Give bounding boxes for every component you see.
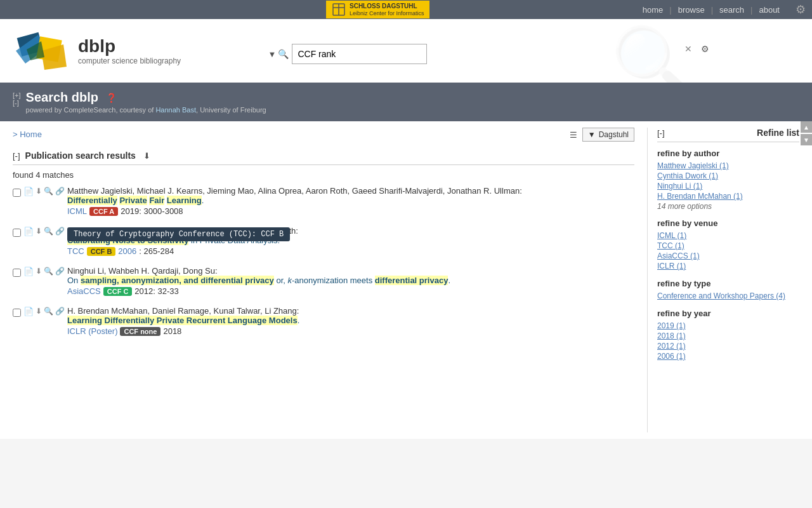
download-icon[interactable]: ⬇ [143, 151, 150, 161]
search-bar-wrapper: ▼ 🔍 ✕ ⚙ [268, 44, 712, 64]
header: dblp computer science bibliography 🔍 ▼ 🔍… [0, 19, 812, 83]
pub-share-icon-4[interactable]: 🔗 [55, 307, 65, 316]
refine-year-1[interactable]: 2019 (1) [657, 321, 799, 331]
settings-icon[interactable]: ⚙ [796, 3, 806, 17]
venue-link-3[interactable]: AsiaCCS [67, 286, 101, 296]
refine-year-title: refine by year [657, 309, 799, 318]
pub-authors-3: Ninghui Li, Wahbeh H. Qardaji, Dong Su: [67, 266, 634, 276]
top-navigation: SCHLOSS DAGSTUHL Leibniz Center for Info… [0, 0, 812, 19]
ccf-badge-4: CCF none [120, 327, 160, 336]
search-clear-button[interactable]: ✕ [684, 44, 692, 54]
breadcrumb-home[interactable]: > Home [13, 130, 42, 139]
section-title-row: [-] Publication search results ⬇ [13, 150, 634, 165]
nav-about[interactable]: about [752, 5, 786, 15]
ccf-badge-3: CCF C [103, 287, 133, 296]
pub-content-2: Cynthia Dwork, Frank McSherry, Kobbi Nis… [67, 226, 634, 256]
refine-venue-2[interactable]: TCC (1) [657, 241, 799, 251]
pub-icons-1: 📄 ⬇ 🔍 🔗 [23, 187, 65, 196]
dblp-logo-svg [13, 25, 73, 76]
refine-collapse-icon[interactable]: [-] [657, 128, 665, 138]
dagstuhl-button[interactable]: ▼ Dagstuhl [582, 128, 634, 142]
pub-download-icon-1[interactable]: ⬇ [36, 187, 42, 196]
nav-home[interactable]: home [636, 5, 670, 15]
nav-search[interactable]: search [713, 5, 750, 15]
dblp-subtitle: computer science bibliography [78, 57, 181, 65]
refine-venue-1[interactable]: ICML (1) [657, 231, 799, 241]
search-input-wrapper: ✕ ⚙ [292, 44, 712, 64]
refine-venue-4[interactable]: ICLR (1) [657, 261, 799, 271]
refine-author-1[interactable]: Matthew Jagielski (1) [657, 161, 799, 171]
dblp-title: dblp [78, 36, 181, 57]
search-settings-icon: ⚙ [701, 44, 709, 54]
pub-checkbox-4[interactable] [13, 309, 21, 317]
expand-icon[interactable]: [+] [13, 91, 21, 99]
dagstuhl-logo[interactable]: SCHLOSS DAGSTUHL Leibniz Center for Info… [326, 1, 429, 18]
page-title: Search dblp [26, 90, 98, 105]
pub-authors-4: H. Brendan McMahan, Daniel Ramage, Kunal… [67, 306, 634, 316]
publication-entry-3: 📄 ⬇ 🔍 🔗 Ninghui Li, Wahbeh H. Qardaji, D… [13, 266, 634, 296]
pub-checkbox-1[interactable] [13, 189, 21, 197]
hannah-bast-link[interactable]: Hannah Bast [155, 106, 196, 114]
search-submit-button[interactable]: ⚙ [701, 44, 709, 54]
refine-author-3[interactable]: Ninghui Li (1) [657, 181, 799, 191]
refine-year-3[interactable]: 2012 (1) [657, 341, 799, 351]
section-title: Publication search results [25, 150, 136, 161]
pub-share-icon-3[interactable]: 🔗 [55, 267, 65, 276]
publication-entry: 📄 ⬇ 🔍 🔗 Matthew Jagielski, Michael J. Ke… [13, 186, 634, 216]
matches-count: found 4 matches [13, 170, 634, 180]
refine-author-4[interactable]: H. Brendan McMahan (1) [657, 191, 799, 201]
pub-download-icon-2[interactable]: ⬇ [36, 227, 42, 236]
ccf-badge-2: CCF B [87, 247, 116, 256]
search-header-bar: [+] [-] Search dblp ❓ powered by Complet… [0, 83, 812, 121]
refine-by-venue: refine by venue ICML (1) TCC (1) AsiaCCS… [657, 218, 799, 271]
help-icon[interactable]: ❓ [106, 93, 117, 103]
venue-link-2[interactable]: TCC [67, 246, 84, 256]
pub-download-icon-4[interactable]: ⬇ [36, 307, 42, 316]
scroll-up-button[interactable]: ▲ [801, 121, 812, 133]
dblp-logo-area: dblp computer science bibliography [13, 25, 181, 76]
pub-checkbox-3[interactable] [13, 269, 21, 277]
refine-more-authors: 14 more options [657, 202, 712, 211]
dropdown-caret: ▼ [588, 130, 596, 139]
pub-venue-4: ICLR (Poster) CCF none 2018 [67, 326, 634, 336]
dropdown-arrow: ▼ [268, 50, 277, 59]
pub-title-1: Differentially Private Fair Learning. [67, 196, 634, 205]
pub-share-icon-2[interactable]: 🔗 [55, 227, 65, 236]
pub-search-icon-2[interactable]: 🔍 [44, 227, 53, 236]
refine-year-4[interactable]: 2006 (1) [657, 351, 799, 361]
year-link-2[interactable]: 2006 [118, 246, 136, 256]
pub-search-icon-4[interactable]: 🔍 [44, 307, 53, 316]
refine-by-type: refine by type Conference and Workshop P… [657, 279, 799, 301]
pub-share-icon-1[interactable]: 🔗 [55, 187, 65, 196]
publication-entry-2: 📄 ⬇ 🔍 🔗 Cynthia Dwork, Frank McSherry, K… [13, 226, 634, 256]
scroll-down-button[interactable]: ▼ [801, 134, 812, 145]
pub-venue-2: TCC CCF B 2006 : 265-284 Theory of Crypt… [67, 246, 634, 256]
nav-browse[interactable]: browse [672, 5, 711, 15]
pub-icons-4: 📄 ⬇ 🔍 🔗 [23, 307, 65, 316]
expand-collapse-buttons[interactable]: [+] [-] [13, 91, 21, 107]
refine-year-2[interactable]: 2018 (1) [657, 331, 799, 341]
search-input[interactable] [292, 44, 427, 64]
refine-type-1[interactable]: Conference and Workshop Papers (4) [657, 291, 799, 301]
breadcrumb[interactable]: > Home [13, 130, 42, 139]
pub-title-4: Learning Differentially Private Recurren… [67, 316, 634, 325]
refine-author-2[interactable]: Cynthia Dwork (1) [657, 171, 799, 181]
venue-link-1[interactable]: ICML [67, 206, 87, 216]
pub-type-icon-2: 📄 [23, 227, 34, 236]
refine-panel: [-] Refine list refine by author Matthew… [647, 128, 799, 432]
section-collapse-icon[interactable]: [-] [13, 151, 20, 161]
pub-search-icon-3[interactable]: 🔍 [44, 267, 53, 276]
pub-download-icon-3[interactable]: ⬇ [36, 267, 42, 276]
pub-search-icon-1[interactable]: 🔍 [44, 187, 53, 196]
refine-author-title: refine by author [657, 149, 799, 158]
pub-authors-1: Matthew Jagielski, Michael J. Kearns, Ji… [67, 186, 634, 196]
pub-venue-1: ICML CCF A 2019: 3000-3008 [67, 206, 634, 216]
dblp-text-area: dblp computer science bibliography [78, 36, 181, 65]
collapse-icon[interactable]: [-] [13, 99, 21, 107]
refine-venue-3[interactable]: AsiaCCS (1) [657, 251, 799, 261]
search-type-dropdown[interactable]: ▼ 🔍 [268, 49, 289, 59]
pub-checkbox-2[interactable] [13, 229, 21, 237]
list-icon[interactable]: ☰ [570, 130, 577, 140]
venue-link-4[interactable]: ICLR (Poster) [67, 326, 117, 336]
dagstuhl-btn-label: Dagstuhl [599, 130, 629, 139]
